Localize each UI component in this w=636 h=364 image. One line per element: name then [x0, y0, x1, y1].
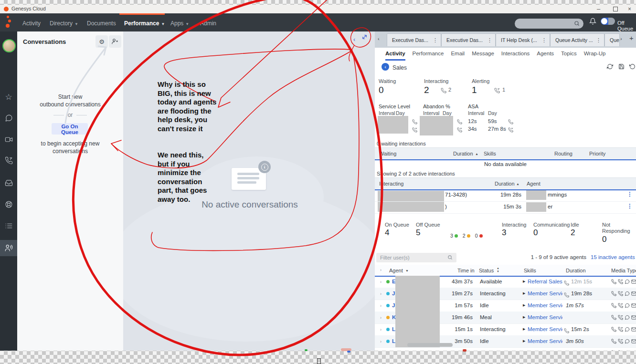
sort-asc-icon[interactable]: ▲: [475, 152, 478, 156]
nav-item-activity[interactable]: Activity: [22, 20, 41, 27]
avatar[interactable]: [2, 39, 16, 52]
dashboard-tab[interactable]: Queue.: [604, 33, 620, 46]
kebab-menu-icon[interactable]: ⋮: [627, 191, 633, 198]
calls-icon[interactable]: [0, 153, 17, 167]
waiting-table-header: Waiting Duration ▲ Skills Routing Priori…: [375, 147, 636, 160]
notifications-bell-icon[interactable]: [589, 18, 596, 25]
expand-row-icon[interactable]: ›: [380, 315, 382, 320]
expand-row-icon[interactable]: ›: [380, 291, 382, 296]
collapse-chevron-icon[interactable]: ‹: [353, 36, 355, 43]
skills-expand-icon[interactable]: ▶: [523, 315, 525, 319]
close-button[interactable]: ×: [628, 6, 631, 12]
col-priority[interactable]: Priority: [589, 151, 605, 156]
chat-icon[interactable]: [0, 111, 17, 125]
refresh-icon[interactable]: [607, 63, 613, 72]
agent-interactions-icon[interactable]: [0, 240, 17, 256]
go-on-queue-button[interactable]: Go On Queue: [52, 123, 88, 135]
undo-icon[interactable]: [629, 63, 636, 72]
skills-link[interactable]: Member Services: [528, 326, 562, 332]
nav-item-performance[interactable]: Performance▼: [124, 20, 165, 27]
col-routing[interactable]: Routing: [554, 151, 572, 156]
tab-scroll-left-icon[interactable]: ‹: [378, 36, 380, 42]
nav-item-apps[interactable]: Apps▼: [170, 20, 189, 27]
skills-expand-icon[interactable]: ▶: [523, 291, 525, 295]
col-agent[interactable]: Agent: [527, 181, 541, 187]
tab-scroll-right-icon[interactable]: ›: [620, 36, 622, 42]
sort-asc-icon[interactable]: ▲: [516, 182, 519, 186]
expand-icon[interactable]: [361, 33, 368, 41]
skills-link[interactable]: Member Services: [528, 302, 562, 308]
add-tab-button[interactable]: +: [629, 34, 634, 42]
tab-email[interactable]: Email: [451, 51, 465, 61]
agent-name[interactable]: L: [392, 326, 395, 332]
nav-item-documents[interactable]: Documents: [87, 20, 116, 27]
col-skills[interactable]: Skills: [484, 151, 496, 156]
save-icon[interactable]: [618, 63, 625, 72]
kebab-menu-icon[interactable]: ⋮: [430, 37, 441, 43]
queues-list-icon[interactable]: [0, 218, 17, 233]
tab-topics[interactable]: Topics: [561, 51, 577, 61]
window-titlebar: Genesys Cloud – ×: [0, 5, 636, 14]
tab-message[interactable]: Message: [472, 51, 494, 61]
skills-link[interactable]: Referral Sales, _: [528, 279, 562, 284]
skills-expand-icon[interactable]: ▶: [523, 339, 525, 343]
dashboard-tab[interactable]: Executive Das...⋮: [441, 33, 496, 46]
col-interacting[interactable]: Interacting: [379, 181, 403, 187]
expand-row-icon[interactable]: ›: [380, 339, 382, 344]
col-duration[interactable]: Duration: [453, 151, 473, 156]
col-waiting[interactable]: Waiting: [379, 151, 396, 156]
expand-all-icon[interactable]: ›: [380, 268, 382, 272]
interaction-row[interactable]: ) 15m 3s er ⋮: [375, 201, 636, 214]
queue-status-toggle[interactable]: [601, 18, 615, 25]
agent-name[interactable]: J: [392, 302, 395, 308]
back-arrow-icon[interactable]: ‹: [382, 63, 389, 71]
sort-both-icon[interactable]: ▲▼: [497, 267, 499, 273]
maximize-button[interactable]: [613, 7, 618, 11]
tab-activity[interactable]: Activity: [385, 51, 405, 61]
filter-users-input[interactable]: [376, 253, 456, 262]
col-agent[interactable]: Agent: [389, 268, 403, 273]
video-icon[interactable]: [0, 132, 17, 146]
interaction-row[interactable]: 71-3428) 19m 28s mmings ⋮: [375, 189, 636, 202]
skills-link[interactable]: Member Services: [528, 338, 562, 344]
nav-item-directory[interactable]: Directory▼: [50, 20, 78, 27]
agent-name[interactable]: J: [392, 291, 395, 296]
col-media-types[interactable]: Media Types: [611, 268, 636, 273]
col-duration[interactable]: Duration: [495, 181, 515, 187]
col-duration[interactable]: Duration: [566, 268, 586, 273]
kebab-menu-icon[interactable]: ⋮: [539, 37, 550, 43]
expand-row-icon[interactable]: ›: [380, 280, 382, 284]
skills-link[interactable]: Member Services: [528, 291, 562, 296]
inactive-agents-link[interactable]: 15 inactive agents: [591, 254, 635, 260]
expand-row-icon[interactable]: ›: [380, 303, 382, 308]
support-ring-icon[interactable]: [0, 197, 17, 211]
tab-performance[interactable]: Performance: [413, 51, 444, 61]
dashboard-tab[interactable]: Executive Das...⋮: [387, 33, 441, 46]
global-search-input[interactable]: [515, 19, 583, 29]
settings-gear-button[interactable]: ⚙: [95, 35, 108, 48]
dashboard-tab[interactable]: IT Help Desk (...⋮: [496, 33, 550, 46]
agent-name[interactable]: L: [392, 338, 395, 344]
new-conversation-button[interactable]: [109, 35, 121, 48]
tab-interactions[interactable]: Interactions: [501, 51, 530, 61]
sort-desc-icon[interactable]: ▼: [405, 269, 409, 272]
col-skills[interactable]: Skills: [524, 268, 536, 273]
inbox-icon[interactable]: [0, 176, 17, 190]
skills-expand-icon[interactable]: ▶: [523, 280, 525, 283]
tab-agents[interactable]: Agents: [537, 51, 554, 61]
col-status[interactable]: Status: [479, 268, 494, 273]
kebab-menu-icon[interactable]: ⋮: [593, 37, 604, 43]
tab-wrapup[interactable]: Wrap-Up: [584, 51, 606, 61]
kebab-menu-icon[interactable]: ⋮: [484, 37, 495, 43]
skills-link[interactable]: Member Services: [528, 314, 562, 320]
dashboard-tab[interactable]: Queue Activity ...⋮: [550, 33, 604, 46]
kebab-menu-icon[interactable]: ⋮: [627, 203, 633, 209]
expand-row-icon[interactable]: ›: [380, 327, 382, 332]
minimize-button[interactable]: –: [597, 5, 600, 12]
col-time-in[interactable]: Time in: [457, 268, 475, 273]
agent-row-partial[interactable]: [375, 347, 636, 351]
nav-item-admin[interactable]: Admin: [200, 20, 216, 27]
skills-expand-icon[interactable]: ▶: [523, 303, 525, 307]
favorites-star-icon[interactable]: ☆: [0, 90, 17, 104]
skills-expand-icon[interactable]: ▶: [523, 327, 525, 331]
